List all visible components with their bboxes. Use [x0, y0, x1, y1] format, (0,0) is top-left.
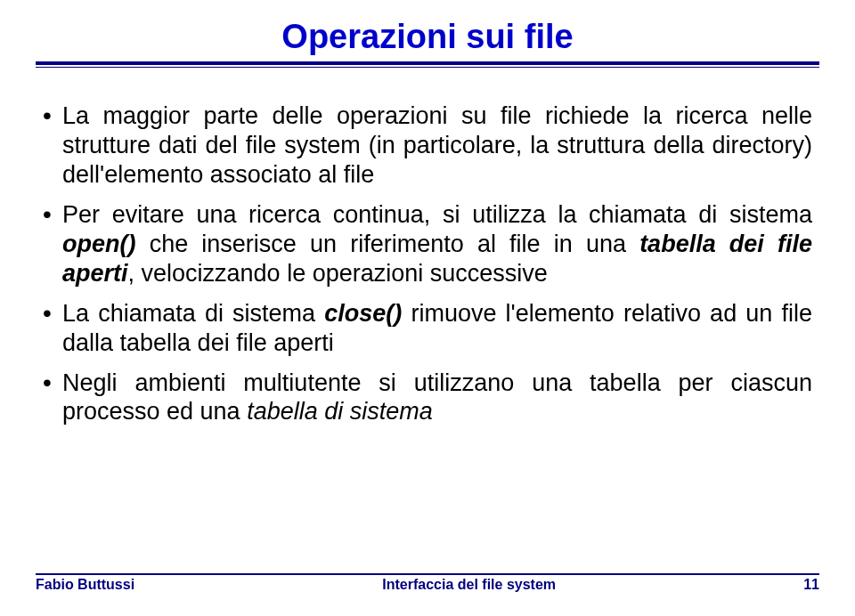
- bullet-text: Negli ambienti multiutente si utilizzano…: [62, 369, 812, 427]
- bullet-text: La maggior parte delle operazioni su fil…: [62, 101, 812, 190]
- bullet-dot-icon: •: [43, 299, 62, 328]
- slide-footer: Fabio Buttussi Interfaccia del file syst…: [36, 573, 819, 593]
- slide-page: Operazioni sui file • La maggior parte d…: [0, 0, 855, 616]
- bullet-text: Per evitare una ricerca continua, si uti…: [62, 200, 812, 288]
- slide-content: • La maggior parte delle operazioni su f…: [36, 101, 819, 426]
- footer-row: Fabio Buttussi Interfaccia del file syst…: [36, 577, 819, 593]
- bullet-item: • La maggior parte delle operazioni su f…: [43, 101, 812, 190]
- underline-thick: [36, 61, 819, 65]
- bullet-item: • Negli ambienti multiutente si utilizza…: [43, 369, 812, 427]
- bullet-item: • La chiamata di sistema close() rimuove…: [43, 299, 812, 358]
- underline-thin: [36, 67, 819, 68]
- bullet-dot-icon: •: [43, 369, 62, 397]
- bullet-dot-icon: •: [43, 200, 62, 229]
- footer-author: Fabio Buttussi: [36, 577, 134, 593]
- footer-page-number: 11: [803, 577, 819, 593]
- bullet-item: • Per evitare una ricerca continua, si u…: [43, 200, 812, 288]
- footer-line: [36, 573, 819, 575]
- slide-title: Operazioni sui file: [36, 18, 819, 56]
- bullet-dot-icon: •: [43, 101, 62, 130]
- bullet-text: La chiamata di sistema close() rimuove l…: [62, 299, 812, 358]
- footer-title: Interfaccia del file system: [134, 577, 803, 593]
- title-underline: [36, 61, 819, 68]
